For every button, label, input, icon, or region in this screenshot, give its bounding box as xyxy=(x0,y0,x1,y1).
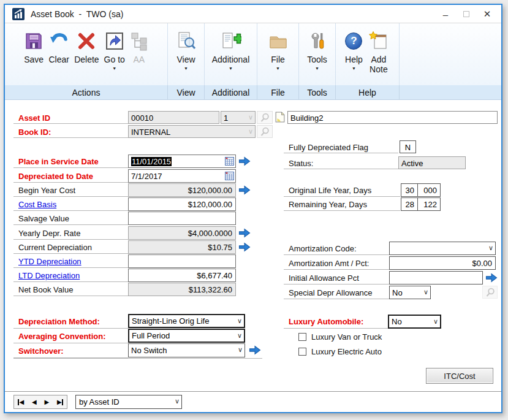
clear-button[interactable]: Clear xyxy=(46,26,72,85)
status-field: Active xyxy=(398,156,466,169)
book-lookup-magnifier-icon xyxy=(260,127,270,137)
group-label-file: File xyxy=(257,85,299,99)
depreciated-to-date-value[interactable]: 7/1/2017 xyxy=(131,172,162,181)
save-icon xyxy=(24,28,44,55)
maximize-button xyxy=(456,6,477,23)
ltd-depreciation-link[interactable]: LTD Depreciation xyxy=(18,271,80,280)
cost-basis-label[interactable]: Cost Basis xyxy=(13,197,128,211)
view-button[interactable]: View ▼ xyxy=(173,26,199,85)
nav-first-button[interactable]: ◀ xyxy=(18,399,24,405)
yearly-depr-rate-label: Yearly Depr. Rate xyxy=(13,226,128,240)
ltd-depreciation-label[interactable]: LTD Depreciation xyxy=(13,269,128,282)
original-life-years-field[interactable]: 30 xyxy=(401,183,418,197)
remaining-life-days-field[interactable]: 122 xyxy=(417,197,441,211)
depreciation-method-label: Depreciation Method: xyxy=(13,315,128,329)
averaging-convention-chevron-icon[interactable]: ∨ xyxy=(237,332,242,340)
depreciated-calendar-icon[interactable] xyxy=(225,172,234,182)
sort-by-select[interactable]: by Asset ID ∨ xyxy=(75,395,182,409)
nav-previous-button[interactable]: ◀ xyxy=(32,399,37,405)
asset-suffix-field: 1 ∨ xyxy=(221,111,256,124)
place-expansion-arrow-button[interactable] xyxy=(238,156,251,168)
nav-next-button[interactable]: ▶ xyxy=(44,399,49,405)
toolbar-buttons-row: Save Clear xyxy=(5,23,501,85)
help-chevron-down-icon: ▼ xyxy=(352,66,356,71)
ltd-depreciation-field[interactable]: $6,677.40 xyxy=(128,269,236,282)
salvage-value-field[interactable] xyxy=(128,212,236,225)
ytd-depreciation-link[interactable]: YTD Depreciation xyxy=(18,257,82,266)
averaging-convention-select[interactable]: Full Period ∨ xyxy=(128,329,245,343)
initial-allowance-label: Initial Allowance Pct xyxy=(284,271,389,284)
itc-cost-button[interactable]: ITC/Cost xyxy=(426,368,493,384)
tools-button-label: Tools xyxy=(307,55,327,64)
view-chevron-down-icon: ▼ xyxy=(184,66,188,71)
file-button-label: File xyxy=(271,55,285,64)
tools-button[interactable]: Tools ▼ xyxy=(305,26,330,85)
place-calendar-icon[interactable] xyxy=(225,157,234,167)
initial-allowance-field[interactable] xyxy=(389,271,483,284)
delete-button-label: Delete xyxy=(74,55,99,64)
special-depr-chevron-icon[interactable]: ∨ xyxy=(423,288,428,296)
luxury-van-checkbox[interactable] xyxy=(298,333,306,341)
book-lookup-button xyxy=(257,125,273,138)
file-button[interactable]: File ▼ xyxy=(265,26,291,85)
additional-button[interactable]: Additional ▼ xyxy=(210,26,252,85)
fully-depreciated-flag-field: N xyxy=(400,140,416,153)
asset-book-window: Asset Book - TWO (sa) – ✕ xyxy=(4,4,502,413)
special-depr-allowance-label: Special Depr Allowance xyxy=(284,286,389,299)
minimize-button[interactable]: – xyxy=(435,6,456,23)
place-in-service-value[interactable]: 11/01/2015 xyxy=(131,157,172,166)
additional-plus-icon xyxy=(221,28,241,55)
luxury-electric-checkbox[interactable] xyxy=(298,348,306,356)
begin-year-cost-arrow-button[interactable] xyxy=(238,185,251,197)
special-depr-allowance-value: No xyxy=(392,288,403,297)
luxury-automobile-chevron-icon[interactable]: ∨ xyxy=(433,318,438,326)
switchover-arrow-button[interactable] xyxy=(248,345,262,357)
aa-orgchart-icon xyxy=(130,28,148,55)
cost-basis-field[interactable]: $120,000.00 xyxy=(128,197,236,211)
yearly-depr-rate-arrow-button[interactable] xyxy=(238,228,251,240)
depreciation-method-chevron-icon[interactable]: ∨ xyxy=(237,317,242,325)
ytd-depreciation-label[interactable]: YTD Depreciation xyxy=(13,254,128,268)
add-note-button[interactable]: Add Note xyxy=(365,26,392,85)
status-label: Status: xyxy=(284,156,398,169)
toolbar-group-labels: Actions View Additional File Tools Help xyxy=(5,85,501,100)
switchover-select[interactable]: No Switch ∨ xyxy=(128,343,245,357)
toolbar-group-help: ? Help ▼ Add Note xyxy=(336,23,400,85)
save-button[interactable]: Save xyxy=(21,26,46,85)
close-button[interactable]: ✕ xyxy=(477,6,498,23)
luxury-electric-label: Luxury Electric Auto xyxy=(311,347,382,356)
special-depr-allowance-select[interactable]: No ∨ xyxy=(389,286,431,299)
luxury-automobile-value: No xyxy=(392,317,402,326)
toolbar-group-additional: Additional ▼ xyxy=(205,23,257,85)
file-chevron-down-icon: ▼ xyxy=(276,66,280,71)
special-depr-lookup-button xyxy=(482,286,498,299)
current-depreciation-arrow-button[interactable] xyxy=(238,242,251,254)
amortization-code-chevron-icon[interactable]: ∨ xyxy=(488,244,493,252)
goto-button[interactable]: Go to ▼ xyxy=(102,26,127,85)
nav-last-button[interactable]: ▶ xyxy=(57,399,63,405)
cost-basis-link[interactable]: Cost Basis xyxy=(18,200,56,209)
original-life-days-field[interactable]: 000 xyxy=(417,183,441,197)
remaining-life-years-field[interactable]: 28 xyxy=(401,197,418,211)
tools-wrench-icon xyxy=(308,28,327,55)
switchover-chevron-icon[interactable]: ∨ xyxy=(238,346,243,354)
titlebar: Asset Book - TWO (sa) – ✕ xyxy=(5,5,501,23)
ytd-depreciation-field[interactable] xyxy=(128,254,236,268)
depreciated-to-date-field[interactable]: 7/1/2017 xyxy=(128,169,236,183)
sort-by-chevron-icon[interactable]: ∨ xyxy=(175,397,180,405)
note-icon[interactable] xyxy=(275,112,285,124)
initial-allowance-arrow-button[interactable] xyxy=(485,273,498,284)
place-in-service-field[interactable]: 11/01/2015 xyxy=(128,155,236,168)
luxury-automobile-select[interactable]: No ∨ xyxy=(388,315,441,329)
depreciation-method-select[interactable]: Straight-Line Orig Life ∨ xyxy=(128,314,245,328)
amortization-code-select[interactable]: ∨ xyxy=(389,242,496,255)
delete-button[interactable]: Delete xyxy=(72,26,101,85)
add-note-icon xyxy=(368,28,389,55)
yearly-depr-rate-field: $4,000.0000 xyxy=(128,226,236,240)
aa-button: AA xyxy=(127,26,151,85)
help-button[interactable]: ? Help ▼ xyxy=(343,26,365,85)
amortization-amt-field[interactable]: $0.00 xyxy=(389,256,496,270)
group-label-help: Help xyxy=(336,85,400,99)
window-title: Asset Book - TWO (sa) xyxy=(31,9,123,19)
net-book-value-label: Net Book Value xyxy=(13,283,128,296)
